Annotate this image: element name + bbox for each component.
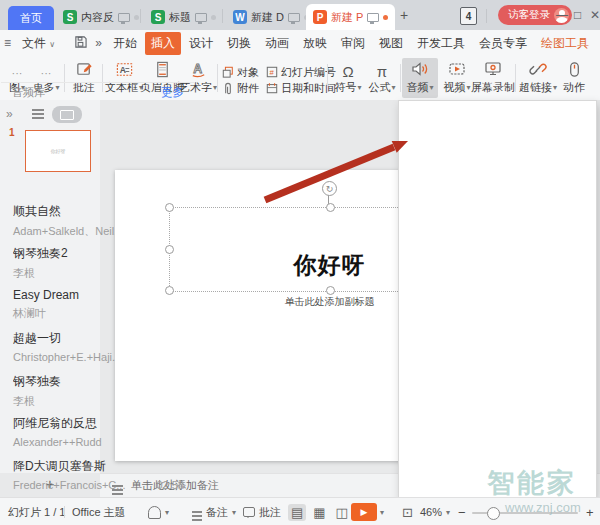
menu-insert-active[interactable]: 插入 <box>145 32 181 55</box>
video-icon <box>447 58 467 79</box>
home-tab[interactable]: 首页 <box>8 6 54 30</box>
slide-number-icon: # <box>266 66 278 78</box>
menu-slideshow[interactable]: 放映 <box>297 32 333 55</box>
doc-tab-sheet1[interactable]: S 内容反 <box>56 4 146 30</box>
zoom-in-button[interactable]: + <box>586 498 594 525</box>
thumbnail-number: 1 <box>9 127 15 138</box>
audio-library-more-link[interactable]: 更多 <box>161 85 184 100</box>
wordart-icon: A <box>189 58 208 79</box>
doc-tab-presentation-active[interactable]: P 新建 P <box>306 4 395 30</box>
chevron-down-icon: ▾ <box>553 83 557 92</box>
new-tab-button[interactable]: + <box>394 4 414 26</box>
monitor-icon <box>195 13 207 22</box>
zoom-out-button[interactable]: − <box>458 498 466 525</box>
menu-animation[interactable]: 动画 <box>259 32 295 55</box>
song-artist: 李根 <box>13 394 35 409</box>
ellipsis-icon: ··· <box>12 58 23 79</box>
comment-icon <box>243 507 255 517</box>
ribbon-button-attachment[interactable]: 附件 <box>222 79 259 97</box>
doc-tab-sheet2[interactable]: S 标题 <box>144 4 223 30</box>
watermark-brand: 智能家 <box>487 465 577 501</box>
hyperlink-icon <box>528 58 548 79</box>
ribbon-button-symbol[interactable]: Ω 符号▾ <box>331 58 365 98</box>
menu-drawing-tools[interactable]: 绘图工具 <box>535 32 595 55</box>
ribbon-button-formula[interactable]: π 公式▾ <box>366 58 398 98</box>
menu-view[interactable]: 视图 <box>373 32 409 55</box>
comment-icon <box>75 58 94 79</box>
unsaved-dot <box>211 15 216 20</box>
slide-thumbnail[interactable]: 你好呀 <box>25 130 91 172</box>
view-buttons: ▤ ▦ ◫ <box>288 498 351 525</box>
notes-icon <box>192 511 202 513</box>
chevron-down-icon: ▾ <box>232 508 236 517</box>
window-tab-bar: 首页 S 内容反 S 标题 W 新建 D P 新建 P + 4 <box>0 0 600 30</box>
fit-slide-icon[interactable]: ⊡ <box>402 498 413 525</box>
expand-panel-icon[interactable]: » <box>6 107 13 121</box>
chevron-down-icon: ▾ <box>429 83 433 92</box>
ribbon-button-date-time[interactable]: 日期和时间 <box>266 79 336 97</box>
paperclip-icon <box>222 82 234 95</box>
maximize-button[interactable]: □ <box>574 8 581 22</box>
document-count-badge[interactable]: 4 <box>460 7 477 25</box>
menu-member[interactable]: 会员专享 <box>473 32 533 55</box>
zoom-slider-knob[interactable] <box>487 507 500 520</box>
list-item-song[interactable]: 降D大调贝塞鲁斯 Frederic+Francois+C...02:58 <box>13 458 184 498</box>
resize-handle[interactable] <box>165 203 174 212</box>
normal-view-button[interactable]: ▤ <box>288 504 306 521</box>
monitor-icon <box>118 13 130 22</box>
menu-design[interactable]: 设计 <box>183 32 219 55</box>
mouse-icon <box>565 58 584 79</box>
menu-start[interactable]: 开始 <box>107 32 143 55</box>
zoom-level[interactable]: 46%▾ <box>420 498 450 525</box>
object-icon <box>222 66 234 78</box>
comments-toggle[interactable]: 批注 <box>243 498 281 525</box>
resize-handle[interactable] <box>165 245 174 254</box>
ribbon-button-wordart[interactable]: A 艺术字▾ <box>181 58 215 98</box>
ribbon-button-audio[interactable]: 音频▾ <box>402 58 438 98</box>
textbox-icon: A <box>115 58 134 79</box>
song-artist: Christopher+E.+Haji... <box>13 351 121 363</box>
slideshow-play-button[interactable]: ▶ <box>351 503 377 521</box>
doc-tab-word[interactable]: W 新建 D <box>226 4 316 30</box>
chevron-down-icon: ∨ <box>49 40 55 49</box>
song-artist: 李根 <box>13 266 35 281</box>
song-duration: 02:58 <box>156 479 184 491</box>
hamburger-icon[interactable]: ≡ <box>0 36 15 50</box>
monitor-icon <box>60 110 74 120</box>
resize-handle[interactable] <box>165 286 174 295</box>
theme-name[interactable]: Office 主题 <box>72 498 126 525</box>
ribbon-button-hyperlink[interactable]: 超链接▾ <box>518 58 558 98</box>
outline-view-icon[interactable] <box>32 109 44 111</box>
menu-devtools[interactable]: 开发工具 <box>411 32 471 55</box>
save-icon[interactable] <box>70 35 91 51</box>
slide-sorter-view-button[interactable]: ▦ <box>310 504 328 521</box>
unsaved-dot <box>383 15 388 20</box>
reading-view-button[interactable]: ◫ <box>333 504 351 521</box>
menu-bar: ≡ 文件 ∨ » 开始 插入 设计 切换 动画 放映 审阅 视图 开发工具 会员… <box>0 30 600 57</box>
word-app-icon: W <box>233 10 247 24</box>
spreadsheet-app-icon: S <box>151 10 165 24</box>
ribbon-button-action[interactable]: 动作 <box>560 58 588 98</box>
slide-view-toggle[interactable] <box>52 106 82 123</box>
ribbon-button-screen-record[interactable]: 屏幕录制 <box>474 58 512 98</box>
menu-file[interactable]: 文件 ∨ <box>16 32 61 55</box>
more-commands-icon[interactable]: » <box>91 36 106 50</box>
pi-icon: π <box>377 58 387 79</box>
notes-toggle[interactable]: 备注▾ <box>192 498 236 525</box>
tab-separator <box>140 9 141 23</box>
minimize-button[interactable]: — <box>556 8 568 22</box>
rotate-handle[interactable]: ↻ <box>322 181 337 196</box>
menu-transition[interactable]: 切换 <box>221 32 257 55</box>
close-button[interactable]: ✕ <box>590 8 600 22</box>
resize-handle[interactable] <box>326 203 335 212</box>
stamp-icon[interactable]: ▾ <box>148 498 169 525</box>
play-options-chevron[interactable]: ▾ <box>380 498 384 525</box>
slide-counter: 幻灯片 1 / 1 <box>8 498 65 525</box>
ribbon-button-video[interactable]: 视频▾ <box>440 58 474 98</box>
chevron-down-icon: ▾ <box>357 83 361 92</box>
menu-review[interactable]: 审阅 <box>335 32 371 55</box>
chevron-down-icon: ▾ <box>391 83 395 92</box>
monitor-icon <box>288 13 300 22</box>
resize-handle[interactable] <box>326 286 335 295</box>
monitor-icon <box>367 13 379 22</box>
